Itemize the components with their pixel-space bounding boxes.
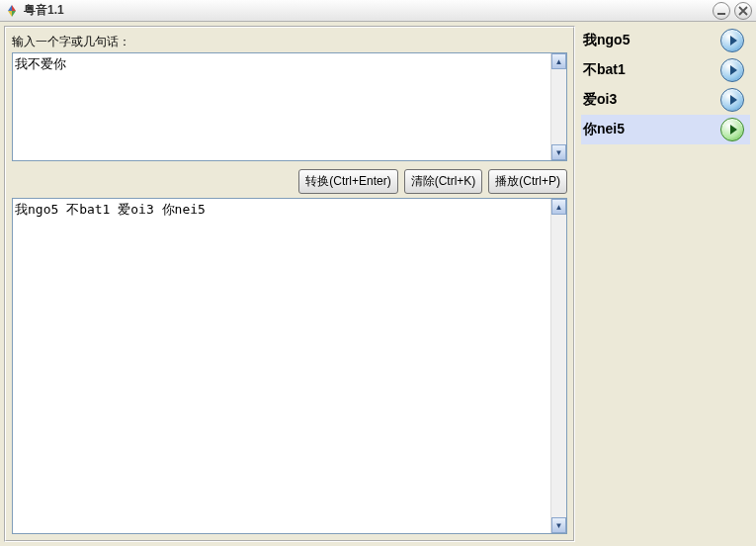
word-row[interactable]: 我ngo5 <box>581 26 750 55</box>
input-textarea[interactable]: 我不爱你 ▲ ▼ <box>12 52 567 161</box>
output-scrollbar[interactable]: ▲ ▼ <box>550 199 566 533</box>
minimize-button[interactable] <box>713 2 730 20</box>
titlebar: 粤音1.1 <box>0 0 756 22</box>
word-text: 你nei5 <box>581 121 720 138</box>
scroll-up-icon[interactable]: ▲ <box>551 199 566 215</box>
word-row[interactable]: 爱oi3 <box>581 85 750 115</box>
clear-button[interactable]: 清除(Ctrl+K) <box>404 169 483 194</box>
convert-button[interactable]: 转换(Ctrl+Enter) <box>298 169 397 194</box>
svg-rect-0 <box>717 13 725 15</box>
scroll-down-icon[interactable]: ▼ <box>551 144 566 160</box>
word-text: 不bat1 <box>581 61 720 79</box>
scroll-down-icon[interactable]: ▼ <box>551 517 566 533</box>
scroll-up-icon[interactable]: ▲ <box>551 53 566 69</box>
button-row: 转换(Ctrl+Enter) 清除(Ctrl+K) 播放(Ctrl+P) <box>12 169 567 194</box>
word-row[interactable]: 不bat1 <box>581 55 750 85</box>
input-scrollbar[interactable]: ▲ ▼ <box>550 53 566 160</box>
play-icon <box>730 65 737 75</box>
close-button[interactable] <box>734 2 752 20</box>
main-panel: 输入一个字或几句话： 我不爱你 ▲ ▼ 转换(Ctrl+Enter) 清除(Ct… <box>4 26 575 542</box>
output-textarea[interactable]: 我ngo5 不bat1 爱oi3 你nei5 ▲ ▼ <box>12 198 567 534</box>
play-icon <box>730 95 737 105</box>
word-text: 我ngo5 <box>581 32 720 49</box>
play-word-button[interactable] <box>720 88 744 112</box>
input-text: 我不爱你 <box>15 55 548 158</box>
word-text: 爱oi3 <box>581 91 720 109</box>
play-icon <box>730 125 737 135</box>
play-icon <box>730 36 737 46</box>
play-button[interactable]: 播放(Ctrl+P) <box>488 169 567 194</box>
word-list-panel: 我ngo5不bat1爱oi3你nei5 <box>575 22 756 546</box>
play-word-button[interactable] <box>720 118 744 141</box>
output-text: 我ngo5 不bat1 爱oi3 你nei5 <box>15 201 548 531</box>
app-icon <box>4 3 20 19</box>
window-title: 粤音1.1 <box>24 2 709 19</box>
word-list: 我ngo5不bat1爱oi3你nei5 <box>581 26 750 144</box>
play-word-button[interactable] <box>720 58 744 82</box>
play-word-button[interactable] <box>720 29 744 52</box>
word-row[interactable]: 你nei5 <box>581 115 750 144</box>
input-label: 输入一个字或几句话： <box>12 34 567 50</box>
